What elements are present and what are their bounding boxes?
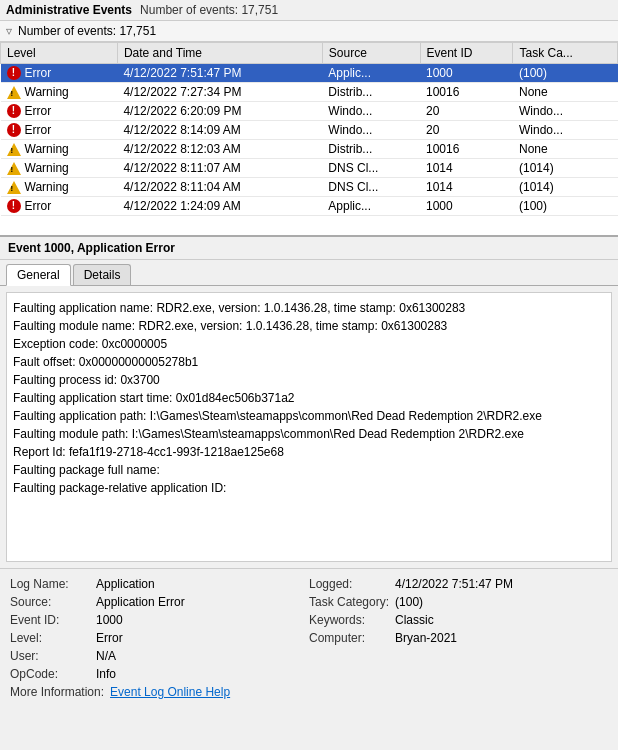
datetime-cell: 4/12/2022 6:20:09 PM <box>117 102 322 121</box>
source-cell: Applic... <box>322 64 420 83</box>
event-text-line: Fault offset: 0x00000000005278b1 <box>13 353 605 371</box>
table-row[interactable]: !Error4/12/2022 8:14:09 AMWindo...20Wind… <box>1 121 618 140</box>
prop-value-link[interactable]: Event Log Online Help <box>110 685 230 699</box>
source-cell: Applic... <box>322 197 420 216</box>
eventid-cell: 20 <box>420 121 513 140</box>
title-bar-title: Administrative Events <box>6 3 132 17</box>
prop-row: Task Category:(100) <box>309 593 608 611</box>
col-level[interactable]: Level <box>1 43 118 64</box>
prop-label: OpCode: <box>10 667 90 681</box>
taskcat-cell: (100) <box>513 64 618 83</box>
source-cell: DNS Cl... <box>322 159 420 178</box>
error-icon: ! <box>7 104 21 118</box>
error-icon: ! <box>7 66 21 80</box>
col-taskcat[interactable]: Task Ca... <box>513 43 618 64</box>
level-text: Warning <box>25 161 69 175</box>
prop-value: Bryan-2021 <box>395 631 457 645</box>
table-row[interactable]: Warning4/12/2022 8:11:04 AMDNS Cl...1014… <box>1 178 618 197</box>
table-row[interactable]: Warning4/12/2022 8:11:07 AMDNS Cl...1014… <box>1 159 618 178</box>
prop-value: Error <box>96 631 123 645</box>
event-text-line: Faulting module path: I:\Games\Steam\ste… <box>13 425 605 443</box>
props-grid: Log Name:ApplicationSource:Application E… <box>10 575 608 701</box>
taskcat-cell: None <box>513 83 618 102</box>
prop-value: 1000 <box>96 613 123 627</box>
warning-icon <box>7 143 21 156</box>
event-text-line: Faulting application path: I:\Games\Stea… <box>13 407 605 425</box>
level-text: Error <box>25 66 52 80</box>
eventid-cell: 1000 <box>420 64 513 83</box>
prop-row: Computer:Bryan-2021 <box>309 629 608 647</box>
event-text-area: Faulting application name: RDR2.exe, ver… <box>6 292 612 562</box>
event-table: Level Date and Time Source Event ID Task… <box>0 42 618 216</box>
event-text-line: Exception code: 0xc0000005 <box>13 335 605 353</box>
prop-label: Log Name: <box>10 577 90 591</box>
datetime-cell: 4/12/2022 7:51:47 PM <box>117 64 322 83</box>
event-text-line: Faulting application name: RDR2.exe, ver… <box>13 299 605 317</box>
prop-label: Event ID: <box>10 613 90 627</box>
prop-row: Log Name:Application <box>10 575 309 593</box>
tab-general[interactable]: General <box>6 264 71 286</box>
prop-label: Source: <box>10 595 90 609</box>
table-row[interactable]: !Error4/12/2022 1:24:09 AMApplic...1000(… <box>1 197 618 216</box>
event-text-line: Faulting module name: RDR2.exe, version:… <box>13 317 605 335</box>
col-datetime[interactable]: Date and Time <box>117 43 322 64</box>
tabs-container: GeneralDetails <box>0 260 618 286</box>
prop-value: Classic <box>395 613 434 627</box>
taskcat-cell: (100) <box>513 197 618 216</box>
datetime-cell: 4/12/2022 8:12:03 AM <box>117 140 322 159</box>
filter-text: Number of events: 17,751 <box>18 24 156 38</box>
title-bar-count: Number of events: 17,751 <box>140 3 278 17</box>
source-cell: Distrib... <box>322 83 420 102</box>
event-text-line: Faulting package-relative application ID… <box>13 479 605 497</box>
taskcat-cell: (1014) <box>513 159 618 178</box>
prop-value: Application Error <box>96 595 185 609</box>
filter-icon: ▿ <box>6 24 12 38</box>
eventid-cell: 10016 <box>420 140 513 159</box>
error-icon: ! <box>7 123 21 137</box>
event-text-line: Faulting process id: 0x3700 <box>13 371 605 389</box>
source-cell: DNS Cl... <box>322 178 420 197</box>
level-text: Error <box>25 199 52 213</box>
level-text: Warning <box>25 180 69 194</box>
prop-row: OpCode:Info <box>10 665 309 683</box>
eventid-cell: 1014 <box>420 159 513 178</box>
event-text-line: Report Id: fefa1f19-2718-4cc1-993f-1218a… <box>13 443 605 461</box>
prop-row: Logged:4/12/2022 7:51:47 PM <box>309 575 608 593</box>
table-header-row: Level Date and Time Source Event ID Task… <box>1 43 618 64</box>
table-row[interactable]: Warning4/12/2022 7:27:34 PMDistrib...100… <box>1 83 618 102</box>
prop-row: Keywords:Classic <box>309 611 608 629</box>
level-text: Error <box>25 123 52 137</box>
event-text-line: Faulting application start time: 0x01d84… <box>13 389 605 407</box>
table-row[interactable]: Warning4/12/2022 8:12:03 AMDistrib...100… <box>1 140 618 159</box>
col-eventid[interactable]: Event ID <box>420 43 513 64</box>
datetime-cell: 4/12/2022 8:11:07 AM <box>117 159 322 178</box>
props-left-col: Log Name:ApplicationSource:Application E… <box>10 575 309 701</box>
warning-icon <box>7 86 21 99</box>
col-source[interactable]: Source <box>322 43 420 64</box>
prop-row: Source:Application Error <box>10 593 309 611</box>
level-text: Warning <box>25 142 69 156</box>
datetime-cell: 4/12/2022 8:14:09 AM <box>117 121 322 140</box>
table-row[interactable]: !Error4/12/2022 6:20:09 PMWindo...20Wind… <box>1 102 618 121</box>
warning-icon <box>7 181 21 194</box>
warning-icon <box>7 162 21 175</box>
eventid-cell: 10016 <box>420 83 513 102</box>
prop-label: Level: <box>10 631 90 645</box>
prop-value: Application <box>96 577 155 591</box>
props-right-col: Logged:4/12/2022 7:51:47 PMTask Category… <box>309 575 608 701</box>
prop-label: Keywords: <box>309 613 389 627</box>
level-text: Warning <box>25 85 69 99</box>
prop-row: Event ID:1000 <box>10 611 309 629</box>
title-bar: Administrative Events Number of events: … <box>0 0 618 21</box>
source-cell: Windo... <box>322 121 420 140</box>
tab-details[interactable]: Details <box>73 264 132 285</box>
prop-label: Logged: <box>309 577 389 591</box>
event-props: Log Name:ApplicationSource:Application E… <box>0 568 618 707</box>
table-row[interactable]: !Error4/12/2022 7:51:47 PMApplic...1000(… <box>1 64 618 83</box>
prop-value: N/A <box>96 649 116 663</box>
error-icon: ! <box>7 199 21 213</box>
taskcat-cell: (1014) <box>513 178 618 197</box>
event-table-container: Level Date and Time Source Event ID Task… <box>0 42 618 237</box>
prop-value: (100) <box>395 595 423 609</box>
prop-label: More Information: <box>10 685 104 699</box>
